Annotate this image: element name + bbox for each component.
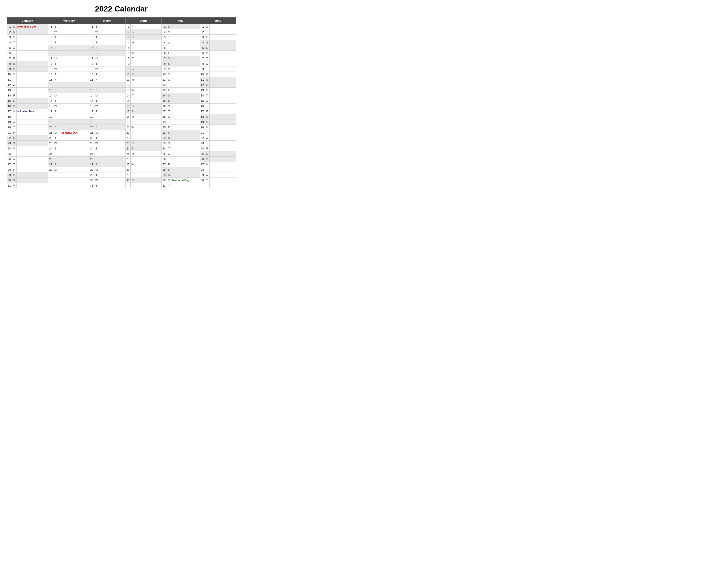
day-letter: T bbox=[53, 135, 58, 141]
day-letter: F bbox=[94, 151, 99, 156]
day-letter: T bbox=[53, 146, 58, 151]
day-letter: M bbox=[12, 109, 16, 114]
event-cell bbox=[135, 141, 161, 146]
day-number: 10 bbox=[89, 72, 94, 77]
day-number: 4 bbox=[7, 40, 12, 45]
day-letter: W bbox=[205, 135, 209, 141]
event-cell bbox=[209, 56, 236, 61]
day-letter: F bbox=[53, 77, 58, 82]
day-letter: S bbox=[167, 167, 171, 172]
day-number: 21 bbox=[200, 130, 205, 135]
day-letter: M bbox=[53, 93, 58, 98]
day-number: 12 bbox=[161, 82, 167, 88]
event-cell bbox=[99, 72, 125, 77]
day-number: 23 bbox=[7, 141, 12, 146]
event-cell bbox=[171, 66, 200, 72]
day-number: 4 bbox=[125, 40, 130, 45]
day-letter: T bbox=[167, 72, 171, 77]
day-number: 25 bbox=[48, 151, 53, 156]
event-cell bbox=[209, 103, 236, 109]
day-letter: F bbox=[205, 109, 209, 114]
day-letter: T bbox=[167, 183, 171, 188]
day-number: 24 bbox=[89, 146, 94, 151]
day-letter: F bbox=[94, 40, 99, 45]
day-letter: S bbox=[94, 88, 99, 93]
day-number: 8 bbox=[161, 61, 167, 66]
day-number: 30 bbox=[200, 178, 205, 183]
day-letter: W bbox=[205, 98, 209, 103]
day-letter: S bbox=[130, 109, 135, 114]
event-cell bbox=[171, 130, 200, 135]
event-cell bbox=[99, 35, 125, 40]
day-number: 18 bbox=[7, 114, 12, 119]
event-cell bbox=[58, 40, 89, 45]
day-number: 17 bbox=[89, 109, 94, 114]
day-number: 4 bbox=[200, 40, 205, 45]
event-cell bbox=[16, 72, 48, 77]
event-cell bbox=[58, 51, 89, 56]
event-cell bbox=[16, 29, 48, 35]
event-cell bbox=[209, 93, 236, 98]
event-cell bbox=[135, 135, 161, 141]
day-letter: T bbox=[167, 156, 171, 162]
day-number: 22 bbox=[89, 135, 94, 141]
day-number: 14 bbox=[125, 93, 130, 98]
event-cell bbox=[209, 167, 236, 172]
event-cell bbox=[58, 61, 89, 66]
event-cell bbox=[171, 156, 200, 162]
event-cell bbox=[209, 156, 236, 162]
day-letter: M bbox=[205, 51, 209, 56]
day-letter: W bbox=[94, 141, 99, 146]
day-number: 11 bbox=[125, 77, 130, 82]
day-number: 23 bbox=[125, 141, 130, 146]
day-number: 10 bbox=[125, 72, 130, 77]
day-number: 6 bbox=[7, 51, 12, 56]
header-may: May bbox=[161, 17, 200, 24]
day-letter: T bbox=[167, 45, 171, 51]
day-letter: F bbox=[130, 135, 135, 141]
day-number: 16 bbox=[89, 103, 94, 109]
event-cell bbox=[58, 29, 89, 35]
day-number: 19 bbox=[7, 119, 12, 125]
day-letter: T bbox=[94, 98, 99, 103]
day-letter: W bbox=[94, 66, 99, 72]
event-cell bbox=[16, 178, 48, 183]
event-cell bbox=[99, 93, 125, 98]
day-number: 27 bbox=[7, 162, 12, 167]
day-letter: T bbox=[205, 178, 209, 183]
day-number: 9 bbox=[48, 66, 53, 72]
header-june: June bbox=[200, 17, 236, 24]
day-letter: S bbox=[94, 51, 99, 56]
day-number: 29 bbox=[161, 172, 167, 178]
event-cell bbox=[171, 135, 200, 141]
event-cell bbox=[171, 167, 200, 172]
event-cell bbox=[99, 114, 125, 119]
day-number: 14 bbox=[200, 93, 205, 98]
day-number: 18 bbox=[89, 114, 94, 119]
day-letter: M bbox=[130, 114, 135, 119]
day-letter: T bbox=[205, 167, 209, 172]
event-cell bbox=[209, 82, 236, 88]
event-cell bbox=[16, 156, 48, 162]
day-number: 26 bbox=[89, 156, 94, 162]
day-letter: S bbox=[130, 178, 135, 183]
day-letter: W bbox=[167, 151, 171, 156]
day-number: 24 bbox=[200, 146, 205, 151]
day-number: 11 bbox=[161, 77, 167, 82]
day-number: 29 bbox=[7, 172, 12, 178]
day-letter: T bbox=[12, 125, 16, 130]
event-cell bbox=[209, 72, 236, 77]
event-cell bbox=[58, 72, 89, 77]
day-letter: T bbox=[205, 103, 209, 109]
day-number: 6 bbox=[161, 51, 167, 56]
day-number: 15 bbox=[200, 98, 205, 103]
event-cell bbox=[99, 167, 125, 172]
header-february: February bbox=[48, 17, 89, 24]
day-number: 26 bbox=[7, 156, 12, 162]
day-letter: F bbox=[167, 125, 171, 130]
event-cell: Presidents Day bbox=[58, 130, 89, 135]
day-letter: T bbox=[94, 146, 99, 151]
event-cell bbox=[209, 141, 236, 146]
day-letter: W bbox=[130, 88, 135, 93]
day-number: 1 bbox=[125, 24, 130, 29]
